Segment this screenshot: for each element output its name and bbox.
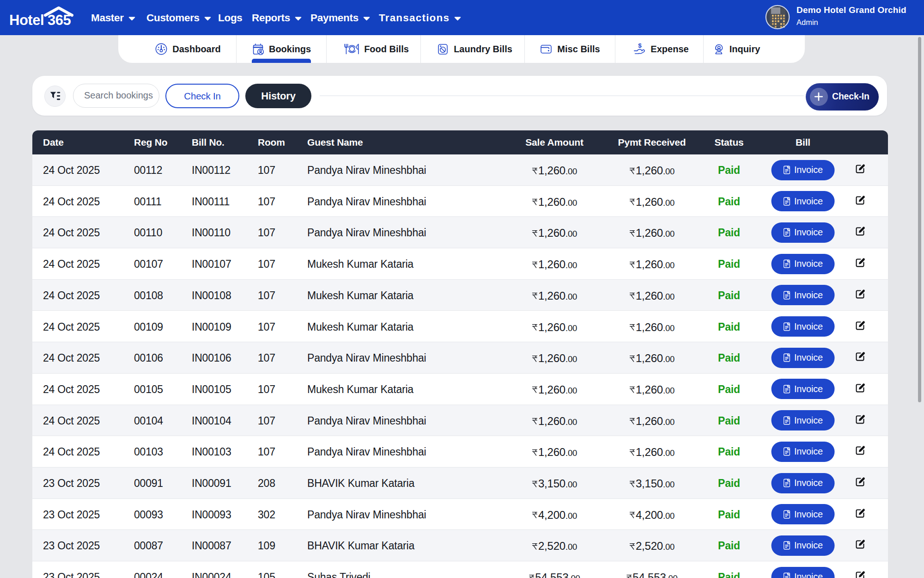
svg-text:$: $ <box>638 43 642 49</box>
